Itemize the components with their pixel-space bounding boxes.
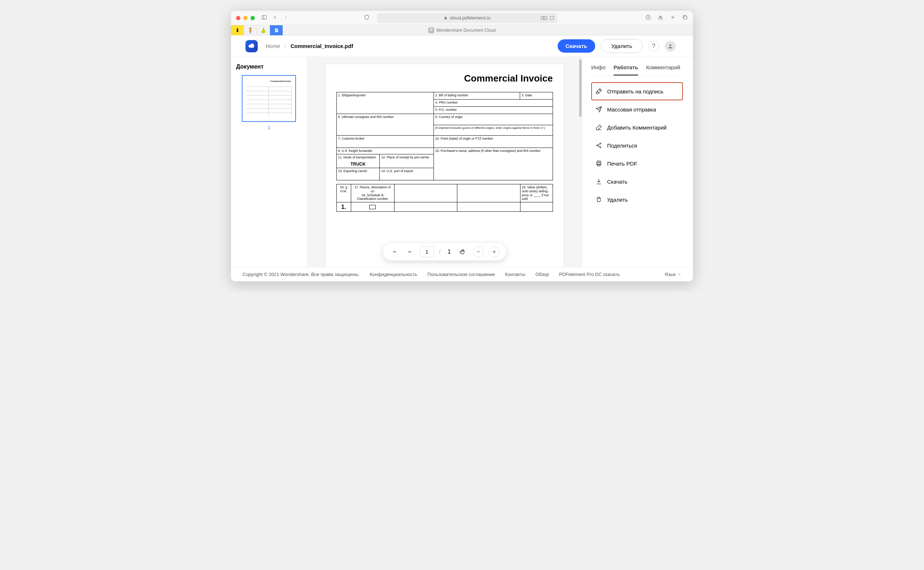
scrollbar-thumb[interactable] — [579, 59, 582, 117]
tab-work[interactable]: Работать — [614, 62, 638, 75]
trash-icon — [596, 196, 602, 203]
chevron-right-icon: › — [284, 43, 286, 49]
svg-rect-0 — [262, 15, 266, 19]
browser-window: cloud.pdfelement.io 文A ⬇ 🧍 🍐 P Wondersha… — [231, 11, 693, 281]
address-bar[interactable]: cloud.pdfelement.io 文A — [377, 13, 557, 23]
language-selector[interactable]: Язык — [665, 272, 681, 277]
thumbnails-panel: Документ Commercial Invoice 1 — [231, 57, 307, 267]
document-viewer[interactable]: Commercial Invoice 1. Shipper/exporter 2… — [307, 57, 583, 267]
right-tabs: Инфо Работать Комментарий — [591, 62, 683, 76]
svg-point-16 — [669, 44, 671, 46]
cloud-logo-icon[interactable] — [246, 40, 258, 52]
copyright-text: Copyright © 2021 Wondershare. Все права … — [243, 272, 359, 277]
scrollbar-track[interactable] — [579, 59, 582, 265]
footer-download-pro[interactable]: PDFelement Pro DC скачать — [559, 272, 620, 277]
page-up-icon[interactable] — [390, 247, 399, 257]
share-nodes-icon — [596, 142, 602, 149]
svg-point-21 — [597, 145, 598, 146]
footer-terms[interactable]: Пользовательское соглашение — [427, 272, 495, 277]
svg-point-20 — [600, 143, 601, 144]
app-header: Home › Commercial_Invoice.pdf Скачать Уд… — [231, 35, 693, 57]
delete-button[interactable]: Удалить — [601, 39, 643, 53]
url-text: cloud.pdfelement.io — [450, 15, 491, 21]
close-window-icon[interactable] — [236, 16, 240, 20]
actions-panel: Инфо Работать Комментарий Отправить на п… — [585, 57, 693, 267]
send-icon — [596, 106, 602, 113]
invoice-detail-table: 16. g H.M. 17. Pieces, description of co… — [336, 184, 553, 212]
breadcrumb-file: Commercial_Invoice.pdf — [290, 43, 353, 49]
svg-point-22 — [600, 147, 601, 148]
help-icon[interactable]: ? — [648, 41, 659, 52]
footer-privacy[interactable]: Конфиденциальность — [370, 272, 417, 277]
pan-hand-icon[interactable] — [458, 247, 468, 257]
current-page-input[interactable] — [420, 247, 434, 257]
document-title: Commercial Invoice — [336, 73, 553, 84]
action-send-for-signature[interactable]: Отправить на подпись — [591, 82, 683, 100]
back-icon[interactable] — [272, 14, 278, 21]
titlebar: cloud.pdfelement.io 文A — [231, 11, 693, 25]
minimize-window-icon[interactable] — [243, 16, 248, 20]
maximize-window-icon[interactable] — [250, 16, 255, 20]
zoom-out-icon[interactable] — [473, 247, 483, 257]
favicon-tab-1[interactable]: ⬇ — [231, 25, 244, 35]
svg-text:A: A — [545, 17, 546, 19]
titlebar-actions — [645, 14, 688, 21]
pencil-icon — [596, 124, 602, 130]
favicon-tab-2[interactable]: 🧍 — [244, 25, 257, 35]
action-delete[interactable]: Удалить — [591, 190, 683, 208]
page-thumbnail[interactable]: Commercial Invoice — [242, 75, 296, 122]
printer-icon — [596, 160, 602, 167]
avatar-icon[interactable] — [665, 41, 676, 52]
action-download[interactable]: Скачать — [591, 172, 683, 190]
action-print[interactable]: Печать PDF — [591, 155, 683, 172]
action-add-comment[interactable]: Добавить Комментарий — [591, 118, 683, 136]
tabs-icon[interactable] — [682, 14, 688, 21]
main-area: Документ Commercial Invoice 1 — [231, 57, 693, 267]
favicon-tab-3[interactable]: 🍐 — [257, 25, 270, 35]
download-button[interactable]: Скачать — [558, 39, 595, 53]
favicon-tab-4[interactable] — [270, 25, 283, 35]
svg-rect-11 — [684, 16, 687, 19]
action-bulk-send[interactable]: Массовая отправка — [591, 100, 683, 118]
page-favicon-icon: P — [428, 28, 434, 33]
plus-icon[interactable] — [670, 14, 676, 21]
chevron-down-icon — [677, 273, 681, 277]
invoice-table: 1. Shipper/exporter 2. Bill of lading nu… — [336, 92, 553, 180]
download-icon — [596, 178, 602, 185]
breadcrumb-home[interactable]: Home — [266, 43, 280, 49]
forward-icon[interactable] — [283, 14, 289, 21]
total-pages: 1 — [445, 248, 453, 255]
breadcrumb: Home › Commercial_Invoice.pdf — [266, 43, 353, 49]
page-down-icon[interactable] — [405, 247, 415, 257]
download-tray-icon[interactable] — [645, 14, 651, 21]
lock-icon — [444, 16, 448, 20]
svg-rect-2 — [445, 18, 447, 19]
zoom-in-icon[interactable] — [489, 247, 500, 257]
page-separator: / — [439, 249, 441, 255]
titlebar-nav — [261, 14, 289, 21]
viewer-toolbar: / 1 — [383, 243, 507, 260]
tab-comment[interactable]: Комментарий — [646, 62, 680, 75]
share-icon[interactable] — [658, 14, 663, 21]
footer: Copyright © 2021 Wondershare. Все права … — [231, 267, 693, 281]
tab-info[interactable]: Инфо — [591, 62, 606, 75]
panel-title: Документ — [236, 63, 302, 70]
footer-contacts[interactable]: Контакты — [505, 272, 525, 277]
svg-text:文: 文 — [542, 17, 544, 19]
shield-icon[interactable] — [364, 14, 370, 21]
sidebar-icon[interactable] — [261, 14, 267, 21]
reload-icon[interactable] — [549, 15, 554, 21]
document-page: Commercial Invoice 1. Shipper/exporter 2… — [325, 64, 564, 267]
translate-icon[interactable]: 文A — [541, 15, 547, 21]
action-share[interactable]: Поделиться — [591, 136, 683, 155]
tab-strip: ⬇ 🧍 🍐 P Wondershare Document Cloud — [231, 25, 693, 35]
footer-review[interactable]: Обзор — [535, 272, 549, 277]
signature-icon — [596, 88, 602, 95]
thumbnail-page-number: 1 — [236, 125, 302, 130]
active-tab-title: P Wondershare Document Cloud — [428, 28, 496, 33]
window-controls — [236, 16, 255, 20]
